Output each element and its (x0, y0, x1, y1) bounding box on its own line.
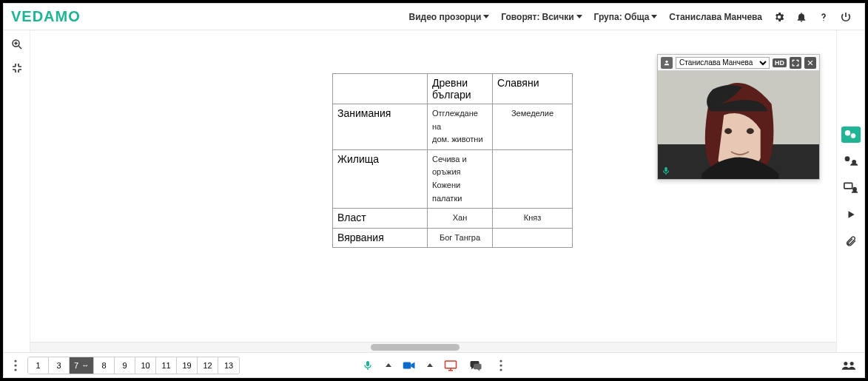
power-icon (840, 11, 852, 23)
col-header-1: Древни българи (428, 74, 493, 104)
whiteboard-canvas[interactable]: Древни българи Славяни Занимания Отглежд… (30, 30, 836, 352)
content-table: Древни българи Славяни Занимания Отглежд… (332, 73, 573, 248)
speaking-menu[interactable]: Говорят: Всички (501, 12, 582, 22)
svg-rect-18 (403, 362, 411, 368)
footer-center-controls (360, 358, 508, 373)
cell-text: Сечива и оръжия (432, 153, 488, 179)
svg-rect-19 (445, 361, 456, 368)
page-button-10[interactable]: 10 (135, 357, 156, 374)
participant-select[interactable]: Станислава Манчева (676, 57, 770, 69)
cell-text: Земеделие (493, 104, 573, 150)
footer-bar: 137↔891011191213 (4, 352, 864, 377)
screen-share-button[interactable] (443, 358, 458, 373)
app-header: VEDAMO Видео прозорци Говорят: Всички Гр… (4, 4, 864, 30)
chevron-down-icon (483, 15, 489, 18)
screen-share-panel-button[interactable] (841, 180, 861, 196)
cell-text: Бог Тангра (428, 228, 493, 248)
camera-options-icon[interactable] (427, 363, 433, 367)
page-button-11[interactable]: 11 (156, 357, 177, 374)
page-button-13[interactable]: 13 (218, 357, 239, 374)
cell-text: Хан (428, 209, 493, 229)
power-button[interactable] (839, 10, 852, 24)
right-tool-rail (836, 30, 864, 352)
svg-point-21 (499, 364, 502, 366)
page-button-3[interactable]: 3 (49, 357, 70, 374)
people-icon (844, 155, 858, 167)
fit-screen-button[interactable] (9, 60, 25, 76)
paperclip-icon (845, 235, 857, 247)
video-windows-menu[interactable]: Видео прозорци (409, 12, 490, 22)
bell-icon (795, 11, 807, 23)
svg-point-20 (499, 360, 502, 362)
notifications-button[interactable] (795, 10, 808, 24)
camera-panel-button[interactable] (841, 127, 861, 143)
page-button-19[interactable]: 19 (177, 357, 198, 374)
chat-icon (469, 360, 482, 371)
cell-text (493, 149, 573, 208)
svg-point-15 (14, 360, 16, 362)
page-button-8[interactable]: 8 (94, 357, 115, 374)
page-button-12[interactable]: 12 (198, 357, 218, 374)
group-menu[interactable]: Група: Обща (594, 12, 658, 22)
play-button[interactable] (841, 206, 861, 223)
page-button-7[interactable]: 7↔ (70, 357, 94, 374)
svg-point-24 (850, 362, 854, 365)
pages-menu-button[interactable] (8, 358, 23, 373)
group-value: Обща (625, 12, 650, 22)
camera-button[interactable] (402, 358, 417, 373)
brand-logo: VEDAMO (11, 8, 81, 25)
screen-person-icon (844, 182, 858, 194)
microphone-button[interactable] (360, 358, 375, 373)
svg-point-16 (14, 364, 16, 366)
col-header-2: Славяни (493, 74, 573, 104)
left-tool-rail (4, 30, 30, 352)
breakout-rooms-button[interactable] (841, 357, 857, 374)
svg-point-0 (823, 20, 824, 21)
cell-text (493, 228, 573, 248)
settings-button[interactable] (773, 10, 786, 24)
svg-point-23 (844, 362, 847, 365)
fullscreen-button[interactable] (790, 57, 801, 69)
chevron-down-icon (651, 15, 657, 18)
mic-active-icon (661, 166, 671, 176)
video-panel[interactable]: Станислава Манчева HD (657, 54, 820, 180)
help-button[interactable] (817, 10, 830, 24)
scrollbar-thumb[interactable] (371, 344, 460, 351)
cell-text: Княз (493, 209, 573, 229)
microphone-icon (362, 360, 374, 371)
expand-icon (792, 59, 799, 67)
table-row: Власт Хан Княз (333, 209, 573, 229)
svg-point-14 (852, 187, 857, 192)
horizontal-scrollbar[interactable] (30, 342, 836, 352)
cell-text: Отглеждане на (432, 107, 488, 133)
chat-button[interactable] (468, 358, 483, 373)
table-row: Занимания Отглеждане на дом. животни Зем… (333, 104, 573, 150)
kebab-icon (14, 360, 17, 371)
participants-button[interactable] (841, 153, 861, 169)
gear-icon (773, 11, 785, 23)
close-video-button[interactable] (804, 57, 816, 69)
more-button[interactable] (494, 358, 508, 373)
group-icon (841, 360, 856, 371)
mic-options-icon[interactable] (386, 363, 391, 367)
page-navigator: 137↔891011191213 (27, 357, 240, 374)
svg-point-17 (14, 368, 16, 371)
table-row: Вярвания Бог Тангра (333, 228, 573, 248)
table-row: Жилища Сечива и оръжия Кожени палатки (333, 149, 573, 208)
content-table-wrapper: Древни българи Славяни Занимания Отглежд… (332, 73, 573, 248)
minimize-icon (11, 62, 23, 74)
svg-point-2 (665, 60, 667, 62)
row-label: Власт (333, 209, 428, 229)
table-row: Древни българи Славяни (333, 74, 573, 104)
page-button-9[interactable]: 9 (115, 357, 135, 374)
hd-badge: HD (773, 58, 787, 67)
attachment-button[interactable] (841, 233, 861, 249)
svg-point-7 (747, 128, 754, 134)
svg-point-11 (844, 156, 850, 161)
camera-person-icon (844, 129, 858, 140)
zoom-in-button[interactable] (9, 36, 25, 53)
row-label: Жилища (333, 149, 428, 208)
user-name-label: Станислава Манчева (669, 12, 762, 22)
row-label: Занимания (333, 104, 428, 150)
page-button-1[interactable]: 1 (28, 357, 49, 374)
